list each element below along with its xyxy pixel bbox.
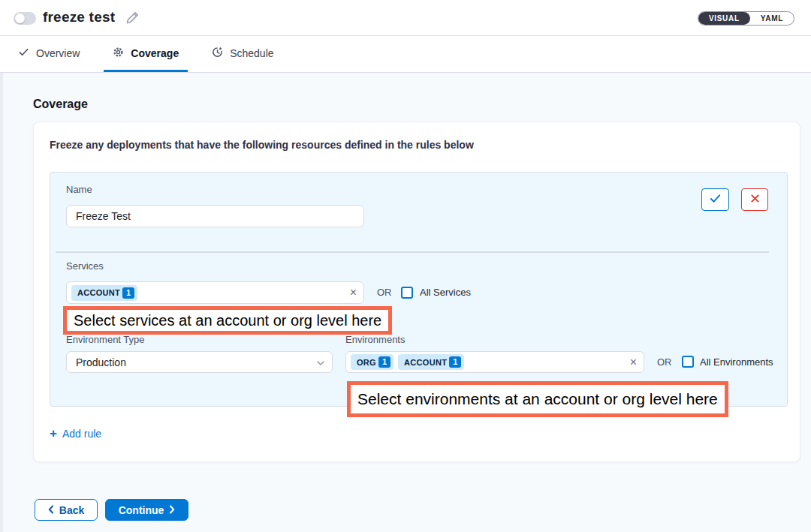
name-input[interactable] <box>66 205 364 227</box>
services-label: Services <box>66 260 104 272</box>
tag-label: ACCOUNT <box>77 288 120 297</box>
card-intro-text: Freeze any deployments that have the fol… <box>50 139 474 151</box>
tab-schedule[interactable]: Schedule <box>203 36 282 72</box>
all-services-checkbox[interactable] <box>401 287 413 299</box>
visual-option[interactable]: VISUAL <box>698 12 750 25</box>
environments-label: Environments <box>345 334 405 345</box>
tab-schedule-label: Schedule <box>230 47 273 59</box>
environments-or-text: OR <box>657 351 672 373</box>
environment-type-select[interactable]: Production <box>66 351 333 373</box>
environment-type-value: Production <box>76 356 126 368</box>
freeze-enabled-toggle[interactable] <box>14 12 36 25</box>
toggle-knob <box>15 14 25 23</box>
annotation-environments: Select environments at an account or org… <box>347 381 728 417</box>
all-services-label: All Services <box>420 281 471 304</box>
name-label: Name <box>66 184 92 195</box>
check-icon <box>709 193 722 207</box>
services-account-tag[interactable]: ACCOUNT 1 <box>71 285 137 301</box>
delete-rule-button[interactable] <box>741 188 768 211</box>
tag-count-badge: 1 <box>378 356 390 368</box>
close-icon <box>750 193 760 206</box>
environments-org-tag[interactable]: ORG 1 <box>351 354 393 370</box>
schedule-clock-icon <box>212 47 223 60</box>
rule-divider <box>56 251 769 253</box>
tab-overview-label: Overview <box>36 47 80 59</box>
services-input[interactable]: ACCOUNT 1 × <box>66 281 364 304</box>
chevron-left-icon <box>48 504 54 516</box>
confirm-rule-button[interactable] <box>701 188 729 211</box>
environments-input[interactable]: ORG 1 ACCOUNT 1 × <box>345 351 644 373</box>
tab-coverage-label: Coverage <box>131 47 179 59</box>
visual-yaml-switch: VISUAL YAML <box>698 11 794 26</box>
continue-button[interactable]: Continue <box>105 499 188 521</box>
tag-label: ORG <box>357 358 376 367</box>
chevron-down-icon <box>316 356 325 368</box>
all-environments-label: All Environments <box>700 351 773 373</box>
yaml-option[interactable]: YAML <box>750 12 794 25</box>
services-or-text: OR <box>377 281 392 304</box>
tab-bar: Overview Coverage Schedule <box>0 36 811 73</box>
annotation-services: Select services at an account or org lev… <box>63 306 392 335</box>
tag-count-badge: 1 <box>122 287 134 299</box>
tag-count-badge: 1 <box>449 356 461 368</box>
tab-coverage[interactable]: Coverage <box>104 36 188 72</box>
tag-label: ACCOUNT <box>404 358 447 367</box>
clear-environments-icon[interactable]: × <box>630 356 637 368</box>
gear-icon <box>113 47 124 60</box>
all-environments-checkbox[interactable] <box>682 356 694 368</box>
pencil-icon <box>125 14 140 27</box>
add-rule-label: Add rule <box>62 428 101 440</box>
page-left-edge <box>0 73 3 532</box>
environments-account-tag[interactable]: ACCOUNT 1 <box>398 354 464 370</box>
page-title: freeze test <box>43 9 115 26</box>
plus-icon: + <box>50 427 57 440</box>
add-rule-button[interactable]: + Add rule <box>50 427 101 440</box>
environment-type-label: Environment Type <box>66 334 145 345</box>
back-button[interactable]: Back <box>35 499 98 521</box>
chevron-right-icon <box>169 504 175 516</box>
edit-title-button[interactable] <box>125 11 140 26</box>
tab-overview[interactable]: Overview <box>9 36 89 72</box>
header-bar: freeze test VISUAL YAML <box>0 0 811 36</box>
clear-services-icon[interactable]: × <box>350 287 357 299</box>
section-title: Coverage <box>33 98 88 111</box>
check-icon <box>18 47 29 60</box>
continue-label: Continue <box>119 504 164 516</box>
back-label: Back <box>59 504 84 516</box>
